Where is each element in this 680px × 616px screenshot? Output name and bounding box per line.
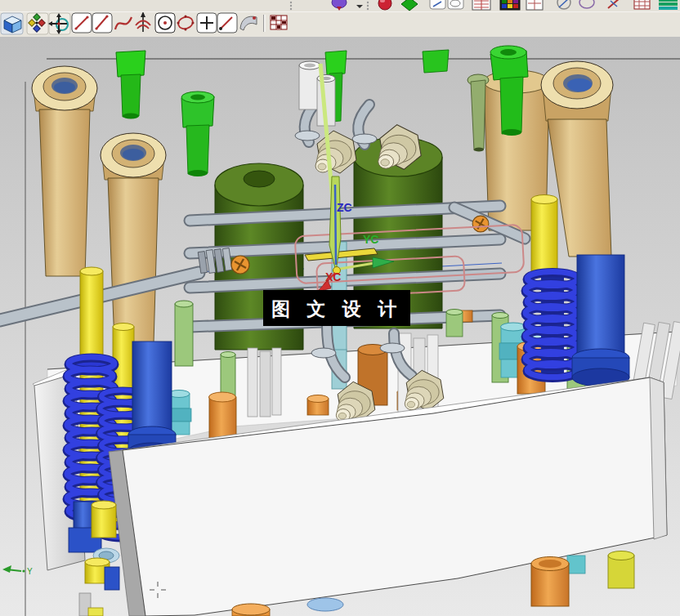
toolbar-grip-icon[interactable] xyxy=(367,2,369,10)
dynamic-csys-button[interactable] xyxy=(48,13,70,34)
point-button[interactable] xyxy=(197,13,217,33)
circle-line-icon[interactable] xyxy=(557,0,570,9)
dropdown-caret-icon[interactable] xyxy=(356,5,363,8)
layer-stack-icon[interactable] xyxy=(659,0,678,10)
phillips-screw-left[interactable] xyxy=(231,256,249,274)
guide-pillar-blue-right[interactable] xyxy=(572,255,629,386)
orange-cylinder-small-1[interactable] xyxy=(307,395,329,416)
bolt-green-cap-mid[interactable] xyxy=(423,50,449,73)
phillips-screw-right[interactable] xyxy=(472,216,489,232)
line-2-button[interactable] xyxy=(92,13,112,33)
pin-pale-green-1[interactable] xyxy=(175,301,193,366)
color-palette-icon[interactable] xyxy=(500,0,520,10)
bolt-pale-green-right[interactable] xyxy=(446,310,463,337)
coil-spring-right[interactable] xyxy=(526,272,578,378)
diamond-tool-icon[interactable] xyxy=(401,0,418,11)
ejector-pins-gray-left[interactable] xyxy=(248,348,281,417)
watermark: 图 文 设 计 xyxy=(263,290,410,326)
point-on-curve-button[interactable] xyxy=(136,12,150,32)
wcs-zc-label: ZC xyxy=(337,201,352,214)
view-cube-button[interactable] xyxy=(1,13,23,34)
spring-rod-yellow-right[interactable] xyxy=(531,195,557,275)
graphics-viewport[interactable]: ZC YC XC xyxy=(0,37,680,616)
toolbar-grip-icon[interactable] xyxy=(290,2,292,10)
ellipse-button[interactable] xyxy=(177,16,194,31)
spline-button[interactable] xyxy=(115,17,132,29)
sheet-face-button[interactable] xyxy=(240,16,257,30)
grid-tool-icon[interactable] xyxy=(634,0,650,9)
watermark-text: 图 文 设 计 xyxy=(271,298,402,319)
line-tool-icon[interactable] xyxy=(608,0,620,8)
toolbar-row-top xyxy=(0,0,680,12)
line-point-button[interactable] xyxy=(217,13,237,33)
sketch-tab-icon[interactable] xyxy=(448,0,463,9)
notebook-icon[interactable] xyxy=(472,0,490,10)
guide-pillar-blue-left[interactable] xyxy=(128,341,176,459)
wcs-yc-label: YC xyxy=(363,233,378,246)
snap-point-button[interactable] xyxy=(27,13,48,34)
toolbar-row-curve-tools xyxy=(0,12,680,38)
toolbar-separator xyxy=(264,15,266,32)
circle-center-button[interactable] xyxy=(155,13,175,33)
line-button[interactable] xyxy=(72,13,92,33)
notebook-icon[interactable] xyxy=(526,0,543,10)
cad-application-window: { "toolbar_row1": { "icons": ["toolbar-g… xyxy=(0,0,680,616)
view-axis-y-label: Y xyxy=(27,567,33,576)
ellipse-tool-icon[interactable] xyxy=(579,0,594,8)
sphere-tool-icon[interactable] xyxy=(378,0,391,10)
datum-balloon-icon[interactable] xyxy=(332,0,347,11)
sketch-tab-icon[interactable] xyxy=(430,0,445,9)
grid-table-button[interactable] xyxy=(271,16,287,29)
wcs-xc-label: XC xyxy=(325,270,341,283)
